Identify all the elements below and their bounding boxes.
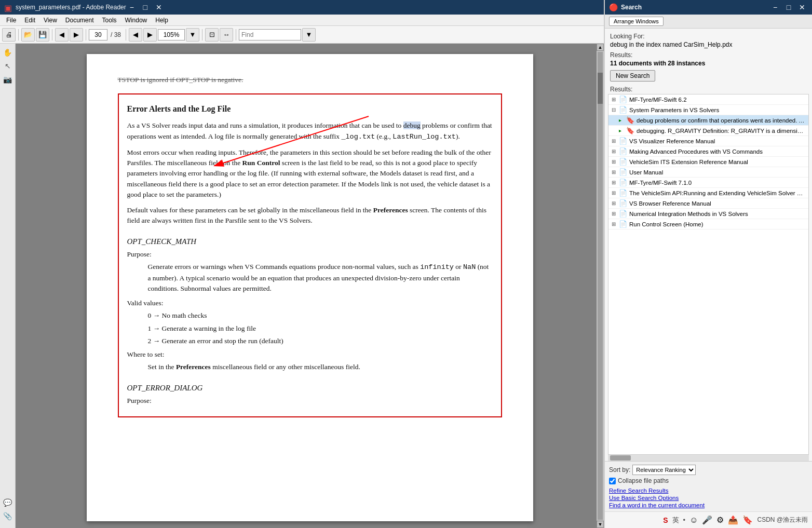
expand-icon-7[interactable]: ⊞ [612, 190, 619, 196]
find-input[interactable] [239, 29, 301, 40]
expand-icon-1a[interactable]: ▸ [619, 117, 626, 123]
doc-icon-0: 📄 [619, 96, 627, 103]
menu-document[interactable]: Document [61, 16, 98, 25]
tree-item-8[interactable]: ⊞ 📄 VS Browser Reference Manual [608, 198, 808, 209]
menu-window[interactable]: Window [121, 16, 152, 25]
example-code: LastRun_log.txt [393, 133, 456, 141]
fit-width-button[interactable]: ↔ [220, 28, 233, 42]
tree-item-1b[interactable]: ▸ 🔖 debugging. R_GRAVITY Definition: R_G… [608, 126, 808, 136]
tree-item-2[interactable]: ⊞ 📄 VS Visualizer Reference Manual [608, 136, 808, 146]
menu-edit[interactable]: Edit [20, 16, 39, 25]
pdf-content-area: TSTOP is ignored if OPT_STOP is negative… [16, 44, 604, 528]
tree-item-text-2: VS Visualizer Reference Manual [629, 138, 805, 144]
collapse-checkbox[interactable] [609, 478, 616, 484]
tree-item-1[interactable]: ⊟ 📄 System Parameters in VS Solvers [608, 105, 808, 115]
page-input[interactable] [89, 29, 107, 40]
sidebar-hand-tool[interactable]: ✋ [2, 47, 13, 58]
translate-icon[interactable]: 英 [672, 516, 679, 525]
expand-icon-8[interactable]: ⊞ [612, 200, 619, 206]
print-button[interactable]: 🖨 [2, 28, 16, 42]
separator-3 [86, 29, 86, 40]
expand-icon-1b[interactable]: ▸ [619, 128, 626, 133]
bullet-icon: • [683, 516, 686, 524]
tree-item-0[interactable]: ⊞ 📄 MF-Tyre/MF-Swift 6.2 [608, 94, 808, 105]
expand-icon-2[interactable]: ⊞ [612, 138, 619, 144]
settings-icon-bottom[interactable]: ⚙ [716, 515, 724, 525]
sidebar-snapshot-tool[interactable]: 📷 [2, 74, 13, 85]
scroll-down-button[interactable]: ▼ [597, 521, 604, 528]
save-button[interactable]: 💾 [36, 28, 49, 42]
open-button[interactable]: 📂 [21, 28, 35, 42]
tree-item-1a[interactable]: ▸ 🔖 debug problems or confirm that opera… [608, 115, 808, 126]
menu-file[interactable]: File [2, 16, 20, 25]
scroll-thumb[interactable] [598, 73, 603, 104]
expand-icon-0[interactable]: ⊞ [612, 97, 619, 102]
menu-help[interactable]: Help [151, 16, 172, 25]
fit-page-button[interactable]: ⊡ [205, 28, 219, 42]
sort-select[interactable]: Relevance Ranking Date Modified Filename [632, 465, 696, 475]
search-title-controls: − □ ✕ [769, 3, 808, 12]
doc-icon-3: 📄 [619, 147, 627, 155]
share-icon[interactable]: 📤 [728, 515, 738, 525]
scroll-up-button[interactable]: ▲ [597, 44, 604, 51]
collapse-label: Collapse file paths [618, 477, 669, 484]
find-word-link[interactable]: Find a word in the current document [609, 502, 808, 508]
tree-item-6[interactable]: ⊞ 📄 MF-Tyre/MF-Swift 7.1.0 [608, 178, 808, 188]
arrange-windows-button[interactable]: Arrange Windows [609, 17, 664, 26]
csdn-label: CSDN @渔云未雨 [757, 516, 808, 524]
opt-check-math-heading: OPT_CHECK_MATH [127, 236, 493, 248]
tree-item-text-1b: debugging. R_GRAVITY Definition: R_GRAVI… [637, 128, 805, 134]
zoom-in-button[interactable]: ▶ [143, 28, 157, 42]
forward-button[interactable]: ▶ [70, 28, 83, 42]
tree-item-10[interactable]: ⊞ 📄 Run Control Screen (Home) [608, 219, 808, 229]
minimize-button[interactable]: − [126, 3, 138, 12]
close-button[interactable]: ✕ [153, 3, 165, 12]
sidebar-attach-tool[interactable]: 📎 [2, 510, 13, 522]
menu-tools[interactable]: Tools [98, 16, 121, 25]
results-tree: ⊞ 📄 MF-Tyre/MF-Swift 6.2 ⊟ 📄 System Para… [608, 94, 809, 455]
find-dropdown-button[interactable]: ▼ [302, 28, 316, 42]
tree-item-9[interactable]: ⊞ 📄 Numerical Integration Methods in VS … [608, 209, 808, 219]
tree-item-4[interactable]: ⊞ 📄 VehicleSim ITS Extension Reference M… [608, 157, 808, 167]
back-button[interactable]: ◀ [55, 28, 69, 42]
sidebar-select-tool[interactable]: ↖ [2, 60, 13, 72]
set-in-text: Set in the Preferences miscellaneous fie… [148, 362, 493, 372]
separator-2 [52, 29, 52, 40]
expand-icon-5[interactable]: ⊞ [612, 169, 619, 175]
expand-icon-6[interactable]: ⊞ [612, 180, 619, 185]
scroll-track[interactable] [598, 52, 603, 520]
search-info: Looking For: debug in the index named Ca… [605, 29, 812, 84]
tree-item-5[interactable]: ⊞ 📄 User Manual [608, 167, 808, 178]
emoji-icon[interactable]: ☺ [689, 516, 698, 525]
maximize-button[interactable]: □ [140, 3, 151, 12]
search-close-button[interactable]: ✕ [796, 3, 808, 12]
vertical-scrollbar[interactable]: ▲ ▼ [597, 44, 604, 528]
tree-item-7[interactable]: ⊞ 📄 The VehicleSim API:Running and Exten… [608, 188, 808, 198]
expand-icon-1[interactable]: ⊟ [612, 107, 619, 113]
expand-icon-10[interactable]: ⊞ [612, 221, 619, 227]
basic-search-link[interactable]: Use Basic Search Options [609, 495, 808, 501]
tree-horizontal-scrollbar[interactable] [608, 455, 809, 461]
bookmark-icon-bottom[interactable]: 🔖 [742, 515, 753, 525]
h-scroll-thumb[interactable] [610, 455, 631, 461]
sidebar-comment-tool[interactable]: 💬 [2, 497, 13, 508]
tree-item-3[interactable]: ⊞ 📄 Making Advanced Procedures with VS C… [608, 146, 808, 157]
menu-view[interactable]: View [39, 16, 61, 25]
search-maximize-button[interactable]: □ [783, 3, 794, 12]
refine-search-link[interactable]: Refine Search Results [609, 488, 808, 494]
expand-icon-9[interactable]: ⊞ [612, 211, 619, 216]
new-search-button[interactable]: New Search [610, 70, 655, 82]
adobe-icon: ▣ [4, 3, 12, 11]
suffix-code: _log.txt [341, 133, 375, 141]
tree-item-text-9: Numerical Integration Methods in VS Solv… [629, 211, 805, 217]
mic-icon[interactable]: 🎤 [702, 515, 712, 525]
sogou-icon: S [663, 516, 668, 524]
zoom-out-button[interactable]: ◀ [129, 28, 142, 42]
doc-icon-5: 📄 [619, 168, 627, 176]
search-minimize-button[interactable]: − [769, 3, 781, 12]
zoom-input[interactable] [158, 29, 185, 40]
expand-icon-3[interactable]: ⊞ [612, 148, 619, 154]
toolbar: 🖨 📂 💾 ◀ ▶ / 38 ◀ ▶ ▼ ⊡ ↔ ▼ [0, 26, 604, 44]
zoom-dropdown-button[interactable]: ▼ [186, 28, 199, 42]
expand-icon-4[interactable]: ⊞ [612, 159, 619, 165]
